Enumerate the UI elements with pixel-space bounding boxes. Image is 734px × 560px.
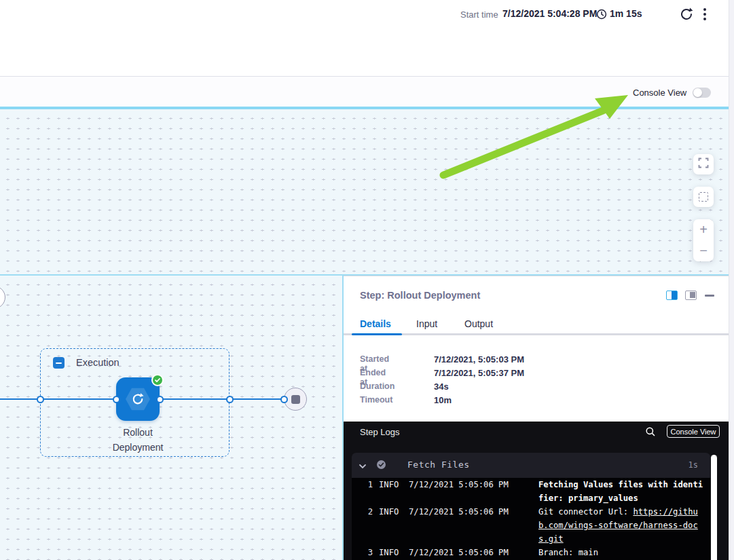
collapse-group-button[interactable]: [53, 357, 65, 369]
console-view-button[interactable]: Console View: [667, 425, 720, 438]
log-group: Fetch Files 1s 1 INFO 7/12/2021 5:05:06 …: [352, 453, 710, 560]
collapse-minus-icon: [56, 362, 62, 364]
start-time-label: Start time: [460, 10, 498, 20]
zoom-in-icon: +: [699, 222, 708, 238]
log-group-title: Fetch Files: [407, 460, 470, 470]
fullscreen-button[interactable]: [693, 154, 714, 174]
tab-output[interactable]: Output: [464, 318, 493, 329]
page-scrollbar-gutter[interactable]: [729, 0, 734, 560]
marquee-select-button[interactable]: [693, 187, 714, 207]
log-group-header[interactable]: Fetch Files 1s: [352, 453, 710, 478]
log-scrollbar[interactable]: [711, 455, 717, 560]
zoom-in-button[interactable]: +: [693, 219, 714, 240]
console-view-label: Console View: [633, 88, 686, 98]
view-toolbar: [0, 77, 729, 107]
log-row: 3 INFO 7/12/2021 5:05:06 PM Branch: main: [352, 546, 710, 559]
log-group-duration: 1s: [689, 460, 698, 470]
connector-dot: [113, 396, 120, 403]
zoom-controls: + −: [693, 219, 714, 261]
marquee-select-icon: [699, 192, 708, 202]
console-view-toggle[interactable]: [693, 88, 711, 98]
kebab-menu-icon[interactable]: [699, 6, 711, 22]
minimize-button[interactable]: [705, 295, 714, 297]
split-view-icon[interactable]: [666, 291, 678, 300]
zoom-out-icon: −: [699, 243, 708, 259]
step-logs-section: Step Logs Console View Fetch Files 1s: [344, 422, 729, 560]
step-details-panel: Step: Rollout Deployment Details Input O…: [344, 276, 729, 560]
check-circle-icon: [376, 460, 386, 472]
tab-details[interactable]: Details: [360, 318, 391, 329]
tab-input[interactable]: Input: [416, 318, 437, 329]
log-row: 1 INFO 7/12/2021 5:05:06 PM Fetching Val…: [352, 478, 710, 505]
pipeline-canvas-upper[interactable]: [0, 109, 729, 274]
panel-title: Step: Rollout Deployment: [360, 290, 480, 301]
node-label: Rollout Deployment: [90, 425, 185, 455]
connector-dot: [280, 396, 288, 403]
toggle-knob: [693, 88, 702, 97]
clock-icon: [596, 9, 607, 20]
log-entries: 1 INFO 7/12/2021 5:05:06 PM Fetching Val…: [352, 478, 710, 559]
chevron-down-icon: [359, 461, 367, 473]
stop-icon: [291, 395, 300, 404]
right-view-icon[interactable]: [685, 291, 697, 300]
success-badge-icon: [151, 374, 164, 386]
active-tab-underline: [352, 333, 402, 336]
connector-dot: [226, 396, 234, 403]
connector-dot: [37, 396, 44, 403]
start-time-value: 7/12/2021 5:04:28 PM: [502, 8, 597, 19]
pipeline-execution-page: Start time 7/12/2021 5:04:28 PM 1m 15s C…: [0, 0, 734, 560]
search-icon[interactable]: [645, 426, 656, 437]
zoom-out-button[interactable]: −: [693, 240, 714, 261]
refresh-button[interactable]: [678, 6, 695, 22]
elapsed-time: 1m 15s: [610, 8, 642, 19]
fullscreen-icon: [698, 157, 709, 171]
step-logs-title: Step Logs: [360, 427, 400, 437]
execution-group-label: Execution: [76, 357, 120, 368]
connector-dot: [156, 396, 164, 403]
log-row: 2 INFO 7/12/2021 5:05:06 PM Git connecto…: [352, 505, 710, 546]
node-refresh-icon: [130, 391, 146, 410]
